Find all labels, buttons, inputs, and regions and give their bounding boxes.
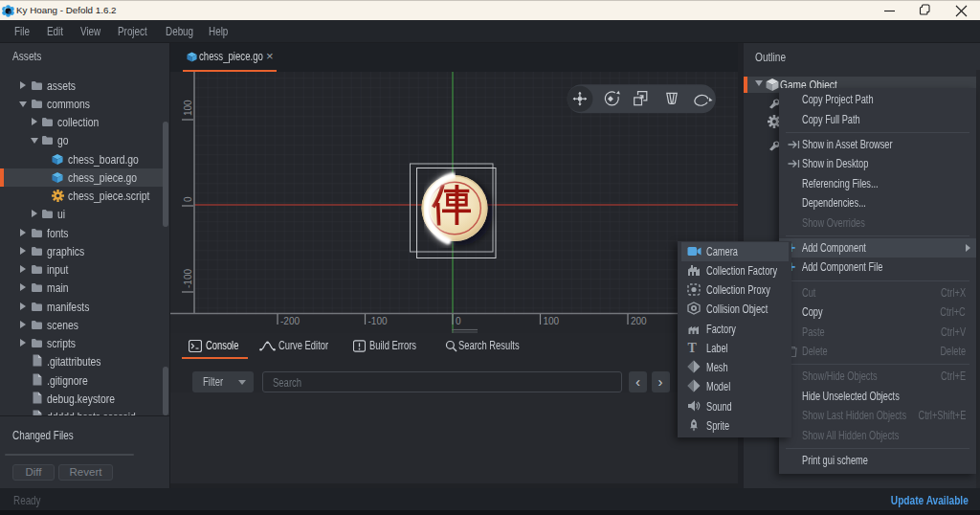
- svg-text:-200: -200: [280, 316, 300, 326]
- svg-text:100: 100: [183, 100, 193, 116]
- svg-text:100: 100: [544, 316, 560, 326]
- svg-text:0: 0: [183, 196, 193, 202]
- svg-text:-100: -100: [183, 269, 193, 288]
- svg-text:0: 0: [456, 316, 461, 326]
- svg-text:-100: -100: [368, 316, 388, 326]
- svg-text:200: 200: [631, 316, 647, 326]
